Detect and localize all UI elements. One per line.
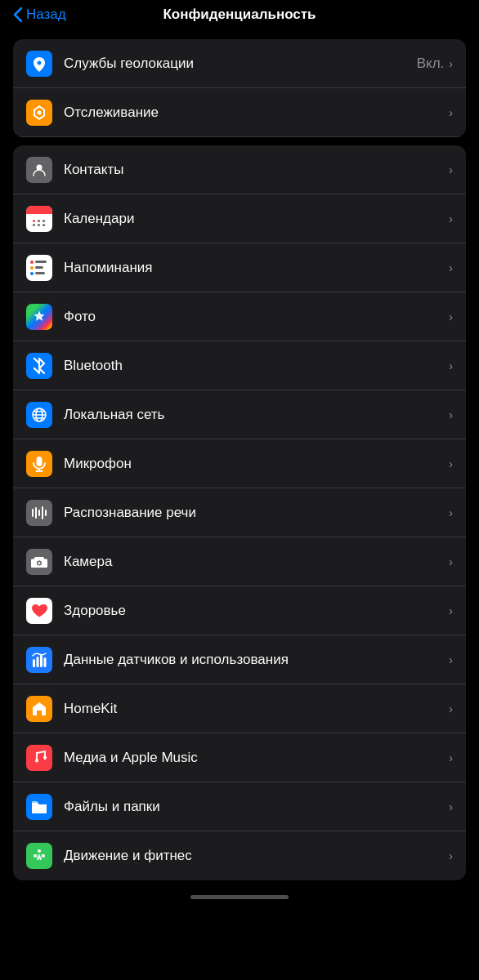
top-section: Службы геолокации Вкл. › Отслеживание › bbox=[13, 39, 466, 137]
health-label: Здоровье bbox=[64, 603, 449, 619]
reminders-icon bbox=[26, 255, 52, 281]
files-item[interactable]: Файлы и папки › bbox=[13, 782, 466, 831]
music-item[interactable]: Медиа и Apple Music › bbox=[13, 733, 466, 782]
health-chevron: › bbox=[449, 604, 453, 617]
camera-icon bbox=[26, 549, 52, 575]
svg-rect-12 bbox=[35, 507, 37, 519]
photos-chevron: › bbox=[449, 310, 453, 323]
page-title: Конфиденциальность bbox=[163, 7, 316, 23]
sensor-item[interactable]: Данные датчиков и использования › bbox=[13, 635, 466, 684]
tracking-label: Отслеживание bbox=[64, 105, 449, 121]
calendar-label: Календари bbox=[64, 211, 449, 227]
svg-rect-8 bbox=[37, 457, 43, 466]
apps-section: Контакты › Календари › bbox=[13, 145, 466, 880]
homekit-icon bbox=[26, 696, 52, 722]
files-icon bbox=[26, 794, 52, 820]
fitness-item[interactable]: Движение и фитнес › bbox=[13, 831, 466, 880]
scroll-indicator bbox=[0, 889, 479, 906]
location-services-item[interactable]: Службы геолокации Вкл. › bbox=[13, 39, 466, 88]
svg-point-22 bbox=[38, 849, 41, 853]
fitness-icon bbox=[26, 843, 52, 869]
svg-point-17 bbox=[38, 562, 41, 564]
fitness-label: Движение и фитнес bbox=[64, 848, 449, 864]
location-label: Службы геолокации bbox=[64, 56, 417, 72]
tracking-chevron: › bbox=[449, 106, 453, 119]
files-chevron: › bbox=[449, 800, 453, 813]
reminders-label: Напоминания bbox=[64, 260, 449, 276]
photos-label: Фото bbox=[64, 309, 449, 325]
calendar-item[interactable]: Календари › bbox=[13, 194, 466, 243]
nav-bar: Назад Конфиденциальность bbox=[0, 0, 479, 33]
svg-rect-19 bbox=[37, 657, 39, 667]
localnet-label: Локальная сеть bbox=[64, 407, 449, 423]
speech-label: Распознавание речи bbox=[64, 505, 449, 521]
localnet-icon bbox=[26, 402, 52, 428]
contacts-item[interactable]: Контакты › bbox=[13, 145, 466, 194]
contacts-chevron: › bbox=[449, 163, 453, 176]
location-icon bbox=[26, 51, 52, 77]
camera-chevron: › bbox=[449, 555, 453, 568]
microphone-chevron: › bbox=[449, 457, 453, 470]
location-value: Вкл. bbox=[417, 56, 445, 72]
camera-item[interactable]: Камера › bbox=[13, 537, 466, 586]
reminders-chevron: › bbox=[449, 261, 453, 274]
localnet-item[interactable]: Локальная сеть › bbox=[13, 390, 466, 439]
microphone-icon bbox=[26, 451, 52, 477]
bluetooth-chevron: › bbox=[449, 359, 453, 372]
health-icon bbox=[26, 598, 52, 624]
localnet-chevron: › bbox=[449, 408, 453, 421]
microphone-label: Микрофон bbox=[64, 456, 449, 472]
bluetooth-icon bbox=[26, 353, 52, 379]
fitness-chevron: › bbox=[449, 849, 453, 862]
camera-label: Камера bbox=[64, 554, 449, 570]
music-chevron: › bbox=[449, 751, 453, 764]
calendar-chevron: › bbox=[449, 212, 453, 225]
tracking-icon bbox=[26, 100, 52, 126]
reminders-item[interactable]: Напоминания › bbox=[13, 243, 466, 292]
back-button[interactable]: Назад bbox=[13, 7, 66, 23]
svg-rect-21 bbox=[44, 657, 47, 667]
homekit-label: HomeKit bbox=[64, 701, 449, 717]
homekit-chevron: › bbox=[449, 702, 453, 715]
music-icon bbox=[26, 745, 52, 771]
calendar-icon bbox=[26, 206, 52, 232]
svg-point-0 bbox=[38, 110, 42, 114]
speech-chevron: › bbox=[449, 506, 453, 519]
speech-item[interactable]: Распознавание речи › bbox=[13, 488, 466, 537]
sensor-chevron: › bbox=[449, 653, 453, 666]
svg-rect-13 bbox=[38, 510, 40, 516]
tracking-item[interactable]: Отслеживание › bbox=[13, 88, 466, 137]
contacts-label: Контакты bbox=[64, 162, 449, 178]
photos-item[interactable]: Фото › bbox=[13, 292, 466, 341]
photos-icon bbox=[26, 304, 52, 330]
files-label: Файлы и папки bbox=[64, 799, 449, 815]
sensor-icon bbox=[26, 647, 52, 673]
contacts-icon bbox=[26, 157, 52, 183]
music-label: Медиа и Apple Music bbox=[64, 750, 449, 766]
microphone-item[interactable]: Микрофон › bbox=[13, 439, 466, 488]
svg-rect-14 bbox=[42, 506, 43, 519]
health-item[interactable]: Здоровье › bbox=[13, 586, 466, 635]
svg-rect-18 bbox=[33, 659, 35, 667]
back-label: Назад bbox=[26, 7, 66, 23]
sensor-label: Данные датчиков и использования bbox=[64, 652, 449, 668]
speech-icon bbox=[26, 500, 52, 526]
bluetooth-item[interactable]: Bluetooth › bbox=[13, 341, 466, 390]
svg-rect-11 bbox=[32, 509, 34, 517]
svg-rect-20 bbox=[40, 654, 43, 667]
svg-rect-15 bbox=[45, 510, 47, 516]
bluetooth-label: Bluetooth bbox=[64, 358, 449, 374]
homekit-item[interactable]: HomeKit › bbox=[13, 684, 466, 733]
location-chevron: › bbox=[449, 57, 453, 70]
